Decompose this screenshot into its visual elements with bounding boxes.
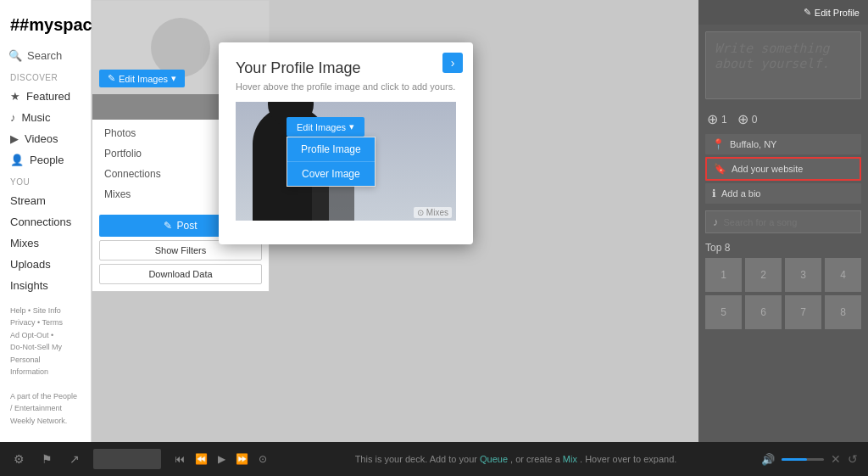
top8-cell-3[interactable]: 3 [785, 258, 821, 292]
bottom-bar: ⚙ ⚑ ↗ ⏮ ⏪ ▶ ⏩ ⊙ This is your deck. Add t… [0, 442, 868, 476]
edit-images-button[interactable]: ✎ Edit Images ▾ [99, 70, 185, 87]
location-icon: 📍 [712, 138, 725, 150]
rewind-button[interactable]: ⏪ [192, 451, 211, 467]
prev-button[interactable]: ⏮ [171, 451, 188, 467]
share-button[interactable]: ↗ [66, 451, 83, 468]
search-icon: 🔍 [8, 49, 22, 62]
sidebar-item-music[interactable]: ♪ Music [0, 107, 91, 128]
you-section-label: YOU [0, 171, 91, 190]
following-icon: ⊕ [737, 111, 748, 127]
star-icon: ★ [10, 90, 20, 103]
top8-section: Top 8 1 2 3 4 5 6 7 8 [698, 238, 868, 333]
top8-cell-2[interactable]: 2 [745, 258, 782, 292]
top8-cell-7[interactable]: 7 [785, 295, 821, 329]
bottom-message: This is your deck. Add to your Queue , o… [281, 454, 751, 464]
sidebar-item-mixes[interactable]: Mixes [0, 232, 91, 254]
refresh-button[interactable]: ↺ [848, 452, 858, 466]
dropdown-profile-image[interactable]: Profile Image [287, 137, 375, 161]
dropdown-cover-image[interactable]: Cover Image [287, 161, 375, 186]
popup-image-area: Edit Images ▾ Profile Image Cover Image … [236, 102, 456, 221]
music-icon: ♪ [10, 111, 16, 124]
queue-link[interactable]: Queue [480, 454, 508, 464]
video-icon: ▶ [10, 132, 19, 145]
top8-cell-5[interactable]: 5 [705, 295, 742, 329]
top8-cell-1[interactable]: 1 [705, 258, 742, 292]
close-button[interactable]: ✕ [831, 452, 841, 466]
edit-icon: ✎ [108, 73, 115, 84]
info-section: 📍 Buffalo, NY 🔖 Add your website ℹ Add a… [698, 132, 868, 205]
location-row: 📍 Buffalo, NY [705, 134, 861, 154]
music-note-icon: ♪ [713, 216, 719, 228]
volume-icon: 🔊 [761, 453, 775, 466]
search-button[interactable]: 🔍 Search [0, 45, 91, 66]
top8-cell-6[interactable]: 6 [745, 295, 782, 329]
loop-button[interactable]: ⊙ [255, 451, 270, 467]
website-icon: 🔖 [714, 163, 726, 175]
pencil-icon: ✎ [804, 7, 811, 18]
sidebar-item-featured[interactable]: ★ Featured [0, 86, 91, 107]
search-song-input[interactable] [724, 217, 854, 227]
stat-followers: ⊕ 1 [707, 111, 727, 127]
deck-display [93, 449, 161, 469]
sidebar-footer: Help • Site Info Privacy • Terms Ad Opt-… [0, 298, 91, 434]
profile-image-popup: Your Profile Image Hover above the profi… [219, 42, 473, 244]
sidebar-item-connections[interactable]: Connections [0, 211, 91, 232]
edit-profile-header: ✎ Edit Profile [698, 0, 868, 25]
sidebar-item-stream[interactable]: Stream [0, 190, 91, 211]
popup-title: Your Profile Image [236, 59, 456, 77]
chevron-down-icon: ▾ [349, 121, 354, 132]
avatar [151, 18, 210, 77]
flag-button[interactable]: ⚑ [38, 451, 56, 468]
center-content: ✎ Edit Images ▾ Photos Portfolio Connect… [92, 0, 698, 442]
post-icon: ✎ [164, 220, 172, 232]
bio-textarea[interactable] [705, 31, 861, 99]
sidebar-item-videos[interactable]: ▶ Videos [0, 128, 91, 149]
website-row[interactable]: 🔖 Add your website [705, 157, 861, 181]
popup-close-button[interactable]: › [442, 53, 463, 73]
top8-cell-8[interactable]: 8 [825, 295, 861, 329]
search-song-area[interactable]: ♪ [705, 210, 861, 233]
dropdown-menu: Profile Image Cover Image [287, 137, 376, 187]
top8-title: Top 8 [705, 242, 861, 254]
right-panel: ✎ Edit Profile ⊕ 1 ⊕ 0 📍 Buffalo, NY 🔖 A… [698, 0, 868, 442]
stat-following: ⊕ 0 [737, 111, 758, 127]
people-icon: 👤 [10, 154, 24, 166]
info-icon: ℹ [712, 188, 716, 199]
edit-images-dropdown: Edit Images ▾ Profile Image Cover Image [287, 117, 376, 187]
edit-profile-button[interactable]: ✎ Edit Profile [804, 7, 860, 18]
edit-images-dropdown-trigger[interactable]: Edit Images ▾ [287, 117, 364, 137]
top8-cell-4[interactable]: 4 [825, 258, 861, 292]
stats-row: ⊕ 1 ⊕ 0 [698, 106, 868, 132]
followers-icon: ⊕ [707, 111, 718, 127]
volume-bar[interactable] [782, 458, 824, 461]
download-data-button[interactable]: Download Data [99, 264, 262, 284]
playback-controls: ⏮ ⏪ ▶ ⏩ ⊙ [171, 451, 270, 467]
fast-forward-button[interactable]: ⏩ [232, 451, 252, 467]
sidebar-item-uploads[interactable]: Uploads [0, 254, 91, 275]
discover-section-label: DISCOVER [0, 66, 91, 86]
popup-subtitle: Hover above the profile image and click … [236, 81, 456, 92]
mix-link[interactable]: Mix [563, 454, 577, 464]
sidebar: ##myspace 🔍 Search DISCOVER ★ Featured ♪… [0, 0, 92, 442]
gear-button[interactable]: ⚙ [10, 451, 28, 468]
sidebar-item-insights[interactable]: Insights [0, 275, 91, 296]
sidebar-item-people[interactable]: 👤 People [0, 149, 91, 171]
top8-grid: 1 2 3 4 5 6 7 8 [705, 258, 861, 329]
bottom-right-controls: 🔊 ✕ ↺ [761, 452, 858, 466]
app-logo: ##myspace [0, 8, 91, 45]
bio-row[interactable]: ℹ Add a bio [705, 183, 861, 204]
play-button[interactable]: ▶ [214, 451, 229, 467]
chevron-down-icon: ▾ [171, 73, 176, 84]
volume-fill [782, 458, 807, 461]
